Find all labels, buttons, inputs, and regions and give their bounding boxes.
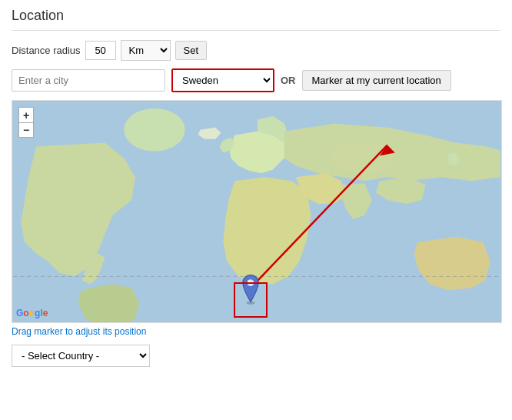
set-button[interactable]: Set (175, 41, 208, 60)
select-country-dropdown[interactable]: - Select Country - Sweden United States … (12, 345, 150, 367)
select-country-row: - Select Country - Sweden United States … (12, 345, 500, 367)
current-location-button[interactable]: Marker at my current location (302, 70, 451, 91)
zoom-controls: + − (18, 107, 34, 138)
svg-point-6 (248, 280, 251, 283)
distance-radius-row: Distance radius Km Miles Set (12, 40, 500, 61)
location-page: Location Distance radius Km Miles Set Sw… (0, 0, 512, 420)
country-select-wrapper: Sweden United States United Kingdom Germ… (171, 68, 274, 92)
svg-point-1 (124, 108, 185, 152)
drag-hint: Drag marker to adjust its position (12, 326, 500, 337)
map-pin[interactable] (239, 274, 262, 307)
city-input[interactable] (12, 69, 165, 92)
country-select[interactable]: Sweden United States United Kingdom Germ… (173, 70, 273, 91)
distance-input[interactable] (85, 41, 116, 60)
zoom-in-button[interactable]: + (18, 107, 34, 122)
page-title: Location (12, 8, 500, 31)
zoom-out-button[interactable]: − (18, 122, 34, 138)
pin-icon (239, 274, 262, 305)
distance-label: Distance radius (12, 45, 81, 56)
map-container[interactable]: + − Google (12, 100, 502, 323)
location-row: Sweden United States United Kingdom Germ… (12, 68, 500, 92)
unit-select[interactable]: Km Miles (121, 40, 171, 61)
google-logo: Google (16, 308, 48, 318)
or-label: OR (281, 75, 296, 86)
